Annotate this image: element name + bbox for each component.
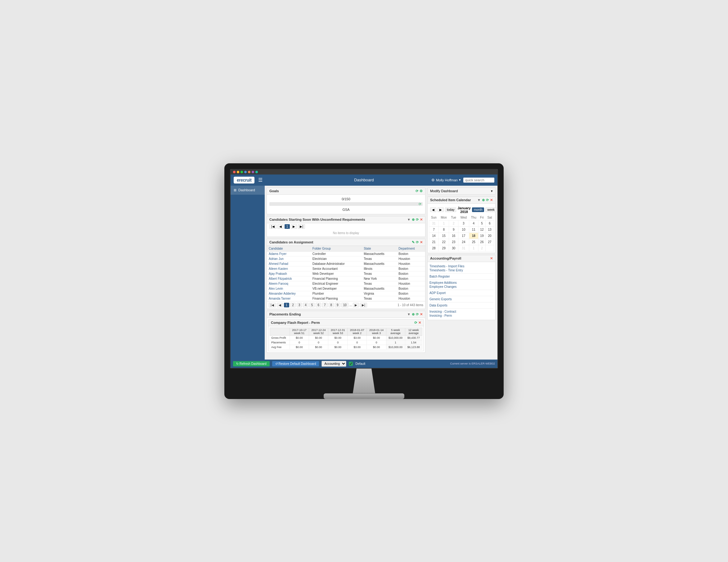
- cal-day-cell[interactable]: 18: [469, 232, 478, 239]
- cal-day-cell[interactable]: 14: [429, 232, 439, 239]
- pe-filter-btn[interactable]: ▼: [407, 313, 411, 316]
- cal-day-cell[interactable]: 20: [485, 232, 494, 239]
- cal-day-cell[interactable]: [485, 245, 494, 251]
- ca-first-btn[interactable]: |◀: [269, 303, 276, 308]
- cal-day-cell[interactable]: 22: [439, 239, 449, 245]
- table-cell[interactable]: Aileen Kasten: [267, 266, 311, 271]
- cal-day-cell[interactable]: 4: [469, 220, 478, 226]
- ca-page2[interactable]: 2: [290, 303, 296, 308]
- cal-day-cell[interactable]: 15: [439, 232, 449, 239]
- table-cell[interactable]: Albert Fitzpatrick: [267, 276, 311, 281]
- fr-close-btn[interactable]: ✕: [418, 321, 421, 325]
- cal-today-btn[interactable]: today: [445, 207, 456, 212]
- search-input[interactable]: [463, 177, 494, 182]
- accounting-link[interactable]: Timesheets - Time Entry: [429, 268, 493, 272]
- modify-dashboard-dropdown[interactable]: Modify Dashboard ▾: [427, 187, 496, 195]
- cs-page1[interactable]: 1: [285, 224, 290, 229]
- candidate-link[interactable]: Albert Fitzpatrick: [269, 277, 292, 280]
- accounting-link[interactable]: Batch Register: [429, 275, 493, 278]
- ca-page8[interactable]: 8: [329, 303, 334, 308]
- candidate-link[interactable]: Adrian Jun: [269, 257, 284, 260]
- ca-page3[interactable]: 3: [297, 303, 302, 308]
- candidate-link[interactable]: Alexander Adderley: [269, 292, 296, 295]
- table-cell[interactable]: Alex Levin: [267, 286, 311, 291]
- pe-close-btn[interactable]: ✕: [420, 313, 423, 317]
- cal-day-cell[interactable]: 2: [478, 245, 485, 251]
- cal-day-cell[interactable]: 11: [469, 226, 478, 232]
- filter-icon[interactable]: ▼: [407, 218, 411, 221]
- cal-refresh-btn[interactable]: ⟳: [486, 198, 489, 202]
- pe-add-btn[interactable]: ⊕: [412, 313, 415, 317]
- cal-day-cell[interactable]: 1: [469, 245, 478, 251]
- table-cell[interactable]: Aleem Farooq: [267, 281, 311, 286]
- cs-refresh-btn[interactable]: ⟳: [416, 218, 419, 222]
- cal-day-cell[interactable]: 6: [485, 220, 494, 226]
- pe-refresh-btn[interactable]: ⟳: [416, 313, 419, 317]
- accounting-link[interactable]: Generic Exports: [429, 298, 493, 301]
- ca-page9[interactable]: 9: [335, 303, 340, 308]
- ca-page6[interactable]: 6: [316, 303, 321, 308]
- candidate-link[interactable]: Amanda Tanner: [269, 297, 290, 300]
- cal-day-cell[interactable]: 30: [449, 245, 458, 251]
- cal-day-cell[interactable]: 23: [449, 239, 458, 245]
- cs-first-btn[interactable]: |◀: [269, 224, 276, 229]
- table-cell[interactable]: Amanda Tanner: [267, 296, 311, 301]
- ca-close-btn[interactable]: ✕: [420, 240, 423, 244]
- candidate-link[interactable]: Aleem Farooq: [269, 282, 288, 286]
- cal-month-view-btn[interactable]: month: [472, 207, 484, 212]
- accounting-link[interactable]: Invoicing - Perm: [429, 314, 493, 317]
- default-checkbox[interactable]: [349, 362, 353, 366]
- cal-day-cell[interactable]: 29: [439, 245, 449, 251]
- goals-settings-btn[interactable]: ⚙: [420, 189, 423, 193]
- cs-prev-btn[interactable]: ◀: [277, 224, 284, 229]
- table-cell[interactable]: Alexander Adderley: [267, 291, 311, 296]
- cal-day-cell[interactable]: 13: [485, 226, 494, 232]
- cal-prev-btn[interactable]: ◀: [430, 207, 436, 212]
- goals-bar-refresh[interactable]: ⟳: [419, 202, 421, 206]
- sidebar-item-dashboard[interactable]: ⊞ Dashboard: [231, 186, 265, 195]
- acct-close-btn[interactable]: ✕: [490, 256, 493, 260]
- cal-day-cell[interactable]: 31: [429, 220, 439, 226]
- hamburger-button[interactable]: ☰: [258, 177, 263, 183]
- cal-filter-btn[interactable]: ▼: [477, 198, 481, 202]
- cs-add-btn[interactable]: ⊕: [412, 218, 415, 222]
- cal-day-cell[interactable]: 2: [449, 220, 458, 226]
- candidate-link[interactable]: Ahmed Fahad: [269, 262, 288, 265]
- cal-day-cell[interactable]: 27: [485, 239, 494, 245]
- restore-dashboard-btn[interactable]: ↺ Restore Default Dashboard: [272, 361, 319, 367]
- ca-page5[interactable]: 5: [309, 303, 315, 308]
- cal-day-cell[interactable]: 8: [439, 226, 449, 232]
- cs-next-btn[interactable]: ▶: [291, 224, 297, 229]
- cal-day-cell[interactable]: 19: [478, 232, 485, 239]
- cal-day-cell[interactable]: 12: [478, 226, 485, 232]
- table-cell[interactable]: Ajay Prakash: [267, 271, 311, 276]
- cal-day-cell[interactable]: 21: [429, 239, 439, 245]
- cal-day-cell[interactable]: 9: [449, 226, 458, 232]
- cal-day-cell[interactable]: 26: [478, 239, 485, 245]
- candidate-link[interactable]: Adams Fryer: [269, 252, 286, 255]
- ca-page10[interactable]: 10: [341, 303, 348, 308]
- user-menu[interactable]: ⚙ Molly Hoffman ▾: [431, 178, 461, 182]
- table-cell[interactable]: Adrian Jun: [267, 256, 311, 261]
- app-logo[interactable]: erecruit: [234, 177, 254, 183]
- candidate-link[interactable]: Aileen Kasten: [269, 267, 288, 270]
- table-cell[interactable]: Adams Fryer: [267, 251, 311, 256]
- goals-refresh-btn[interactable]: ⟳: [416, 189, 418, 193]
- candidate-link[interactable]: Alex Levin: [269, 287, 283, 290]
- cal-day-cell[interactable]: 28: [429, 245, 439, 251]
- cal-day-cell[interactable]: 7: [429, 226, 439, 232]
- fr-refresh-btn[interactable]: ⟳: [414, 321, 417, 325]
- refresh-dashboard-btn[interactable]: ↻ Refresh Dashboard: [233, 361, 270, 367]
- cal-day-cell[interactable]: 24: [458, 239, 469, 245]
- ca-page1[interactable]: 1: [284, 303, 290, 308]
- ca-prev-btn[interactable]: ◀: [277, 303, 283, 308]
- accounting-link[interactable]: Timesheets - Import Files: [429, 264, 493, 268]
- ca-next-btn[interactable]: ▶: [353, 303, 359, 308]
- cal-day-cell[interactable]: 31: [458, 245, 469, 251]
- ca-refresh-btn[interactable]: ⟳: [416, 240, 419, 244]
- ca-edit-btn[interactable]: ✎: [412, 240, 415, 244]
- cal-close-btn[interactable]: ✕: [490, 198, 493, 202]
- cal-add-btn[interactable]: ⊕: [482, 198, 485, 202]
- ca-page7[interactable]: 7: [322, 303, 328, 308]
- modify-dashboard-arrow[interactable]: ▾: [491, 189, 493, 193]
